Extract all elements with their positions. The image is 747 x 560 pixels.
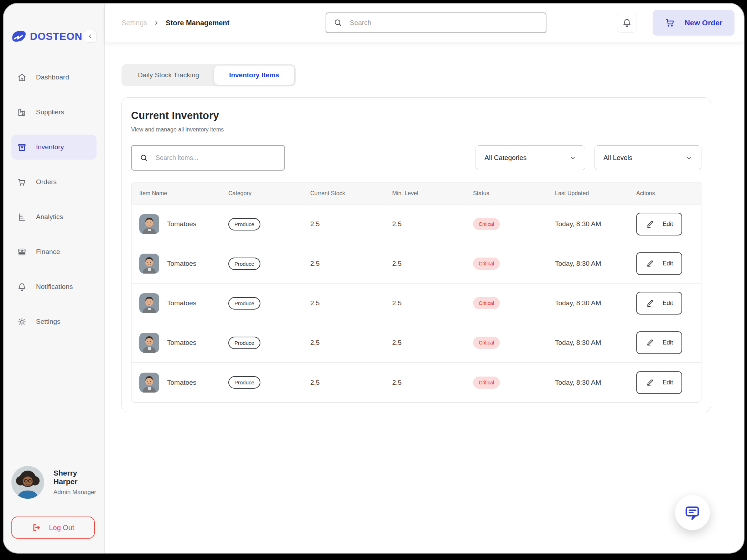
- category-badge: Produce: [228, 258, 260, 270]
- category-badge: Produce: [228, 218, 260, 230]
- sidebar-item-label: Notifications: [36, 283, 73, 291]
- min-level-value: 2.5: [384, 339, 465, 347]
- last-updated-value: Today, 8:30 AM: [547, 260, 628, 268]
- sidebar-item-suppliers[interactable]: Suppliers: [11, 100, 97, 125]
- pencil-icon: [645, 378, 654, 387]
- chevron-right-icon: [154, 20, 159, 26]
- user-profile[interactable]: Sherry Harper Admin Manager: [11, 466, 97, 499]
- new-order-button[interactable]: New Order: [653, 10, 735, 36]
- finance-icon: [17, 247, 27, 257]
- category-filter-value: All Categories: [484, 154, 526, 162]
- column-header: Item Name: [131, 190, 221, 197]
- gear-icon: [17, 317, 27, 327]
- status-badge: Critical: [473, 337, 500, 349]
- current-stock-value: 2.5: [302, 339, 384, 347]
- sidebar-item-label: Suppliers: [36, 108, 64, 116]
- global-search: [326, 12, 546, 33]
- sidebar-item-settings[interactable]: Settings: [11, 309, 97, 334]
- search-input[interactable]: [350, 19, 539, 27]
- column-header: Actions: [628, 190, 701, 197]
- user-role: Admin Manager: [53, 489, 97, 496]
- top-bar: Settings Store Management: [105, 4, 744, 42]
- sidebar-item-analytics[interactable]: Analytics: [11, 204, 97, 229]
- breadcrumb: Settings Store Management: [121, 19, 229, 27]
- edit-label: Edit: [663, 339, 673, 346]
- logout-button[interactable]: Log Out: [11, 517, 95, 539]
- category-filter-dropdown[interactable]: All Categories: [476, 145, 585, 170]
- chevron-down-icon: [685, 154, 692, 161]
- column-header: Min. Level: [384, 190, 465, 197]
- chat-bubble-icon: [683, 503, 702, 522]
- table-row: Tomatoes Produce 2.5 2.5 Critical Today,…: [131, 204, 701, 244]
- edit-button[interactable]: Edit: [636, 252, 682, 275]
- table-row: Tomatoes Produce 2.5 2.5 Critical Today,…: [131, 284, 701, 323]
- edit-button[interactable]: Edit: [636, 371, 682, 394]
- item-search-input[interactable]: [156, 154, 276, 162]
- last-updated-value: Today, 8:30 AM: [547, 220, 628, 228]
- last-updated-value: Today, 8:30 AM: [547, 339, 628, 347]
- current-stock-value: 2.5: [302, 299, 384, 307]
- logo-icon: [11, 30, 26, 42]
- sidebar-item-label: Analytics: [36, 213, 63, 221]
- table-row: Tomatoes Produce 2.5 2.5 Critical Today,…: [131, 244, 701, 284]
- current-stock-value: 2.5: [302, 260, 384, 268]
- item-name: Tomatoes: [167, 220, 196, 228]
- sidebar-item-finance[interactable]: Finance: [11, 239, 97, 264]
- logout-icon: [32, 523, 41, 532]
- min-level-value: 2.5: [384, 379, 465, 387]
- edit-button[interactable]: Edit: [636, 331, 682, 354]
- search-icon: [333, 18, 343, 27]
- edit-label: Edit: [663, 379, 673, 386]
- sidebar-item-label: Inventory: [36, 143, 64, 151]
- item-name: Tomatoes: [167, 379, 196, 387]
- min-level-value: 2.5: [384, 260, 465, 268]
- level-filter-dropdown[interactable]: All Levels: [595, 145, 701, 170]
- category-badge: Produce: [228, 376, 260, 389]
- tab-bar: Daily Stock Tracking Inventory Items: [121, 64, 296, 86]
- status-badge: Critical: [473, 377, 500, 389]
- page-subtitle: View and manage all inventory items: [131, 126, 701, 133]
- sidebar-item-orders[interactable]: Orders: [11, 170, 97, 195]
- table-body: Tomatoes Produce 2.5 2.5 Critical Today,…: [131, 204, 701, 402]
- sidebar-item-label: Dashboard: [36, 73, 69, 81]
- sidebar-collapse-button[interactable]: [84, 30, 97, 43]
- home-icon: [17, 73, 27, 82]
- edit-label: Edit: [663, 260, 673, 267]
- last-updated-value: Today, 8:30 AM: [547, 299, 628, 307]
- column-header: Last Updated: [547, 190, 628, 197]
- sidebar-item-notifications[interactable]: Notifications: [11, 274, 97, 299]
- inventory-box-icon: [17, 142, 27, 152]
- category-badge: Produce: [228, 337, 260, 349]
- breadcrumb-parent[interactable]: Settings: [121, 19, 147, 27]
- sidebar: DOSTEON Dashboard Suppliers: [4, 4, 105, 553]
- level-filter-value: All Levels: [603, 154, 632, 162]
- sidebar-item-label: Orders: [36, 178, 57, 186]
- edit-button[interactable]: Edit: [636, 292, 682, 315]
- search-icon: [140, 154, 149, 162]
- tab-inventory-items[interactable]: Inventory Items: [214, 66, 294, 85]
- current-stock-value: 2.5: [302, 379, 384, 387]
- item-avatar: [139, 373, 159, 393]
- cart-icon: [665, 17, 675, 28]
- sidebar-nav: Dashboard Suppliers Inventory Orders: [11, 65, 97, 344]
- item-avatar: [139, 214, 159, 234]
- item-avatar: [139, 293, 159, 313]
- tab-daily-stock-tracking[interactable]: Daily Stock Tracking: [123, 64, 214, 86]
- user-avatar: [11, 466, 44, 499]
- edit-button[interactable]: Edit: [636, 213, 682, 235]
- page-title: Current Inventory: [131, 110, 701, 121]
- notifications-button[interactable]: [617, 13, 637, 33]
- chat-fab-button[interactable]: [675, 495, 710, 530]
- analytics-icon: [17, 212, 27, 222]
- bell-icon: [17, 282, 27, 292]
- column-header: Category: [221, 190, 302, 197]
- app-window: DOSTEON Dashboard Suppliers: [3, 3, 745, 554]
- sidebar-item-inventory[interactable]: Inventory: [11, 135, 97, 160]
- sidebar-item-label: Settings: [36, 318, 61, 326]
- sidebar-item-label: Finance: [36, 248, 60, 256]
- sidebar-item-dashboard[interactable]: Dashboard: [11, 65, 97, 90]
- content-area: Daily Stock Tracking Inventory Items Cur…: [105, 42, 744, 553]
- pencil-icon: [645, 338, 654, 347]
- logo-text: DOSTEON: [30, 31, 82, 42]
- chevron-down-icon: [569, 154, 576, 161]
